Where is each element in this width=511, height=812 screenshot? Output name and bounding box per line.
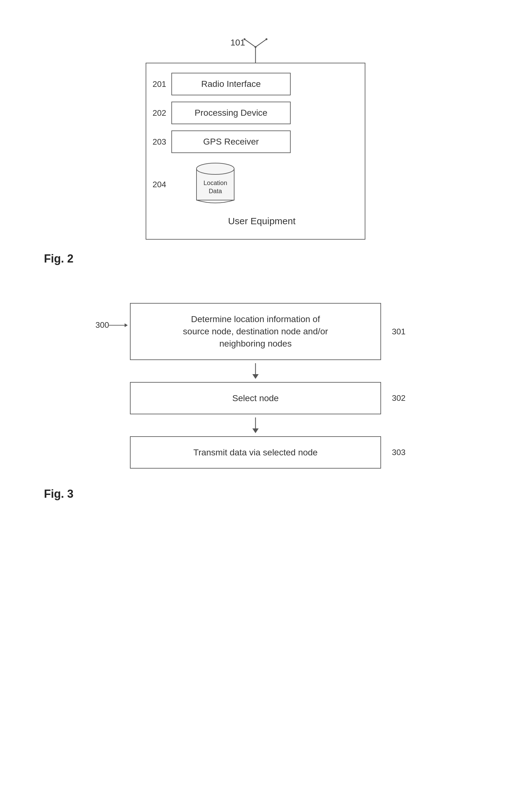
radio-interface-box: Radio Interface <box>171 73 291 95</box>
radio-interface-text: Radio Interface <box>201 79 261 89</box>
gps-receiver-row: 203 GPS Receiver <box>171 130 352 153</box>
flow-box-3: Transmit data via selected node 303 <box>130 436 381 469</box>
box1-line1: Determine location information of <box>191 314 320 324</box>
ref-203-label: 203 <box>153 137 166 147</box>
cylinder-icon: Location Data <box>184 159 247 209</box>
radio-interface-row: 201 Radio Interface <box>171 73 352 95</box>
processing-device-text: Processing Device <box>195 108 267 118</box>
ref-302-label: 302 <box>392 393 406 404</box>
fig3-label: Fig. 3 <box>44 487 74 500</box>
antenna-icon <box>237 38 274 63</box>
fig2-container: 101 201 <box>25 19 486 265</box>
ue-diagram: 101 201 <box>146 38 365 240</box>
flow-box-1: Determine location information of source… <box>130 303 381 360</box>
processing-device-row: 202 Processing Device <box>171 102 352 124</box>
box1-line2: source node, destination node and/or <box>183 326 328 336</box>
svg-text:Location: Location <box>204 179 227 186</box>
ref-303-label: 303 <box>392 446 406 458</box>
svg-text:Data: Data <box>209 187 222 195</box>
flowchart: 300 Determine location information of so… <box>114 303 397 469</box>
ref-300-area: 300 <box>96 320 128 330</box>
down-arrow-2 <box>249 417 262 433</box>
svg-marker-16 <box>252 429 259 433</box>
svg-line-2 <box>255 39 267 47</box>
ref-301-label: 301 <box>392 326 406 337</box>
arrow-1 <box>249 363 262 379</box>
svg-line-1 <box>244 39 255 47</box>
fig2-label: Fig. 2 <box>44 252 74 265</box>
gps-receiver-text: GPS Receiver <box>203 137 259 146</box>
page-content: 101 201 <box>0 0 511 545</box>
arrow-2 <box>249 417 262 433</box>
processing-device-box: Processing Device <box>171 102 291 124</box>
ref-202-label: 202 <box>153 108 166 118</box>
ref-300-arrow <box>109 321 128 329</box>
location-data-cylinder: Location Data <box>184 159 247 209</box>
svg-point-6 <box>254 46 257 48</box>
svg-marker-12 <box>125 323 128 327</box>
ref-201-label: 201 <box>153 79 166 89</box>
svg-marker-14 <box>252 374 259 379</box>
ref-204-label: 204 <box>153 180 166 190</box>
location-data-row: 204 Location Data <box>171 159 352 209</box>
ref-300-label: 300 <box>96 320 109 330</box>
ue-outer-box: 201 Radio Interface 202 Processing Devic… <box>146 63 365 240</box>
box1-line3: neighboring nodes <box>219 339 292 348</box>
box3-text: Transmit data via selected node <box>193 447 318 457</box>
flow-box-2: Select node 302 <box>130 382 381 414</box>
antenna-area: 101 <box>146 38 365 63</box>
box2-text: Select node <box>232 393 279 403</box>
svg-point-4 <box>244 38 245 40</box>
svg-point-8 <box>196 163 234 174</box>
fig3-container: 300 Determine location information of so… <box>25 290 486 500</box>
down-arrow-1 <box>249 363 262 379</box>
svg-point-5 <box>266 38 267 40</box>
gps-receiver-box: GPS Receiver <box>171 130 291 153</box>
ue-label-text: User Equipment <box>171 216 352 227</box>
